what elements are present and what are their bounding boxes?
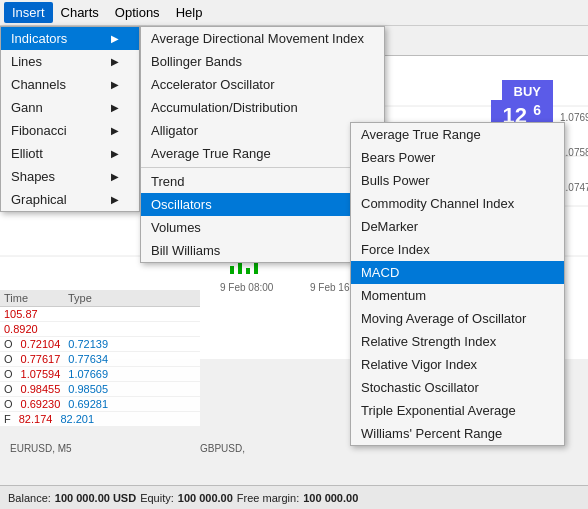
indicators-arrow-icon: ▶ [111,33,119,44]
osc-bulls-power[interactable]: Bulls Power [351,169,564,192]
ind-oscillators[interactable]: Oscillators ▶ [141,193,384,216]
indicators-submenu: Average Directional Movement Index Bolli… [140,26,385,263]
gann-arrow-icon: ▶ [111,102,119,113]
insert-shapes[interactable]: Shapes ▶ [1,165,139,188]
shapes-arrow-icon: ▶ [111,171,119,182]
insert-elliott[interactable]: Elliott ▶ [1,142,139,165]
fibonacci-arrow-icon: ▶ [111,125,119,136]
elliott-arrow-icon: ▶ [111,148,119,159]
oscillators-submenu: Average True Range Bears Power Bulls Pow… [350,122,565,446]
ind-bill-williams[interactable]: Bill Williams ▶ [141,239,384,262]
ind-accelerator[interactable]: Accelerator Oscillator [141,73,384,96]
insert-fibonacci[interactable]: Fibonacci ▶ [1,119,139,142]
osc-bears-power[interactable]: Bears Power [351,146,564,169]
ind-separator-1 [141,167,384,168]
osc-macd[interactable]: MACD [351,261,564,284]
ind-average-true-range[interactable]: Average True Range [141,142,384,165]
insert-lines[interactable]: Lines ▶ [1,50,139,73]
osc-average-true-range[interactable]: Average True Range [351,123,564,146]
ind-bollinger[interactable]: Bollinger Bands [141,50,384,73]
ind-volumes[interactable]: Volumes ▶ [141,216,384,239]
osc-williams-percent[interactable]: Williams' Percent Range [351,422,564,445]
osc-moving-average-oscillator[interactable]: Moving Average of Oscillator [351,307,564,330]
osc-rsi[interactable]: Relative Strength Index [351,330,564,353]
osc-commodity-channel[interactable]: Commodity Channel Index [351,192,564,215]
channels-arrow-icon: ▶ [111,79,119,90]
osc-relative-vigor[interactable]: Relative Vigor Index [351,353,564,376]
osc-force-index[interactable]: Force Index [351,238,564,261]
osc-demarker[interactable]: DeMarker [351,215,564,238]
ind-average-directional[interactable]: Average Directional Movement Index [141,27,384,50]
insert-dropdown: Indicators ▶ Lines ▶ Channels ▶ Gann ▶ F… [0,26,140,212]
ind-accumulation[interactable]: Accumulation/Distribution [141,96,384,119]
ind-alligator[interactable]: Alligator [141,119,384,142]
osc-momentum[interactable]: Momentum [351,284,564,307]
menu-overlay: Indicators ▶ Lines ▶ Channels ▶ Gann ▶ F… [0,0,588,509]
insert-channels[interactable]: Channels ▶ [1,73,139,96]
osc-triple-exponential[interactable]: Triple Exponential Average [351,399,564,422]
lines-arrow-icon: ▶ [111,56,119,67]
ind-trend[interactable]: Trend ▶ [141,170,384,193]
graphical-arrow-icon: ▶ [111,194,119,205]
insert-indicators[interactable]: Indicators ▶ [1,27,139,50]
insert-gann[interactable]: Gann ▶ [1,96,139,119]
osc-stochastic[interactable]: Stochastic Oscillator [351,376,564,399]
insert-graphical[interactable]: Graphical ▶ [1,188,139,211]
